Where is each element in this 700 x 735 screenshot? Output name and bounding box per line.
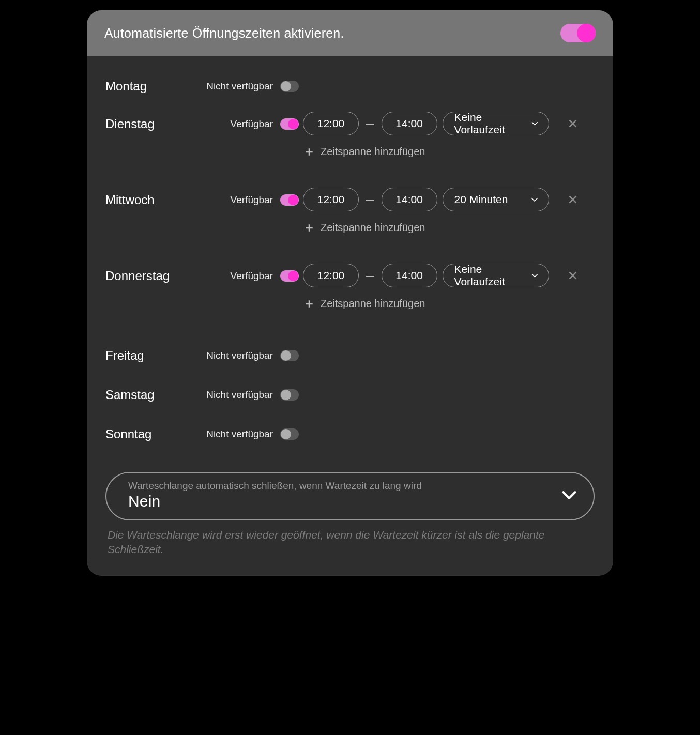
day-name: Samstag — [105, 388, 199, 402]
chevron-down-icon — [560, 486, 578, 504]
lead-time-value: Keine Vorlaufzeit — [454, 263, 530, 288]
auto-close-label: Warteschlange automatisch schließen, wen… — [128, 480, 422, 492]
plus-icon — [304, 299, 314, 309]
day-name: Donnerstag — [105, 264, 199, 288]
lead-time-select[interactable]: Keine Vorlaufzeit — [443, 112, 549, 135]
lead-time-select[interactable]: 20 Minuten — [443, 188, 549, 211]
time-slot: 12:00 – 14:00 Keine Vorlaufzeit — [303, 112, 595, 135]
day-row-mon: Montag Nicht verfügbar — [105, 70, 595, 102]
time-separator: – — [364, 115, 376, 132]
day-toggle-tue[interactable] — [280, 118, 299, 130]
toggle-knob — [577, 24, 596, 42]
chevron-down-icon — [530, 119, 539, 128]
day-name: Dienstag — [105, 112, 199, 136]
time-from-input[interactable]: 12:00 — [303, 188, 359, 211]
day-row-thu: Donnerstag Verfügbar 12:00 – 14:00 Keine… — [105, 264, 595, 310]
time-to-input[interactable]: 14:00 — [382, 188, 437, 211]
remove-slot-button[interactable] — [568, 194, 578, 205]
panel-body: Montag Nicht verfügbar Dienstag Verfügba… — [87, 56, 613, 576]
day-slots-wed: 12:00 – 14:00 20 Minuten — [303, 188, 595, 234]
day-row-wed: Mittwoch Verfügbar 12:00 – 14:00 20 Minu… — [105, 188, 595, 234]
day-toggle-fri[interactable] — [280, 350, 299, 361]
day-row-sat: Samstag Nicht verfügbar — [105, 379, 595, 411]
time-from-input[interactable]: 12:00 — [303, 264, 359, 287]
time-to-input[interactable]: 14:00 — [382, 264, 437, 287]
day-toggle-sat[interactable] — [280, 389, 299, 401]
day-toggle-sun[interactable] — [280, 428, 299, 440]
panel-header: Automatisierte Öffnungszeiten aktivieren… — [87, 10, 613, 56]
lead-time-value: Keine Vorlaufzeit — [454, 111, 530, 136]
plus-icon — [304, 223, 314, 233]
add-timespan-button[interactable]: Zeitspanne hinzufügen — [303, 146, 595, 158]
add-timespan-button[interactable]: Zeitspanne hinzufügen — [303, 298, 595, 310]
remove-slot-button[interactable] — [568, 118, 578, 129]
day-toggle-mon[interactable] — [280, 81, 299, 92]
auto-close-value: Nein — [128, 493, 422, 510]
day-status: Nicht verfügbar — [206, 350, 273, 361]
day-slots-tue: 12:00 – 14:00 Keine Vorlaufzeit — [303, 112, 595, 158]
plus-icon — [304, 147, 314, 157]
day-status: Verfügbar — [231, 264, 273, 288]
day-row-fri: Freitag Nicht verfügbar — [105, 340, 595, 372]
day-slots-thu: 12:00 – 14:00 Keine Vorlaufzeit — [303, 264, 595, 310]
time-separator: – — [364, 267, 376, 284]
add-timespan-button[interactable]: Zeitspanne hinzufügen — [303, 222, 595, 234]
lead-time-select[interactable]: Keine Vorlaufzeit — [443, 264, 549, 287]
day-row-sun: Sonntag Nicht verfügbar — [105, 418, 595, 450]
day-toggle-wed[interactable] — [280, 194, 299, 206]
chevron-down-icon — [530, 271, 539, 280]
time-slot: 12:00 – 14:00 Keine Vorlaufzeit — [303, 264, 595, 287]
opening-hours-panel: Automatisierte Öffnungszeiten aktivieren… — [87, 10, 613, 576]
day-status: Verfügbar — [231, 112, 273, 136]
day-name: Freitag — [105, 348, 199, 363]
add-timespan-label: Zeitspanne hinzufügen — [321, 146, 425, 158]
add-timespan-label: Zeitspanne hinzufügen — [321, 222, 425, 234]
day-status: Nicht verfügbar — [206, 428, 273, 440]
day-toggle-thu[interactable] — [280, 270, 299, 282]
auto-close-queue-select[interactable]: Warteschlange automatisch schließen, wen… — [105, 472, 595, 520]
remove-slot-button[interactable] — [568, 270, 578, 281]
panel-title: Automatisierte Öffnungszeiten aktivieren… — [104, 26, 344, 41]
add-timespan-label: Zeitspanne hinzufügen — [321, 298, 425, 310]
lead-time-value: 20 Minuten — [454, 193, 508, 206]
day-name: Montag — [105, 79, 199, 94]
day-name: Mittwoch — [105, 188, 199, 212]
time-separator: – — [364, 191, 376, 208]
day-status: Nicht verfügbar — [206, 81, 273, 92]
time-to-input[interactable]: 14:00 — [382, 112, 437, 135]
chevron-down-icon — [530, 195, 539, 204]
time-slot: 12:00 – 14:00 20 Minuten — [303, 188, 595, 211]
time-from-input[interactable]: 12:00 — [303, 112, 359, 135]
day-status: Verfügbar — [231, 188, 273, 212]
master-enable-toggle[interactable] — [560, 24, 596, 42]
day-status: Nicht verfügbar — [206, 389, 273, 401]
day-name: Sonntag — [105, 427, 199, 441]
auto-close-footnote: Die Warteschlange wird erst wieder geöff… — [105, 520, 595, 558]
day-row-tue: Dienstag Verfügbar 12:00 – 14:00 Keine V… — [105, 112, 595, 158]
